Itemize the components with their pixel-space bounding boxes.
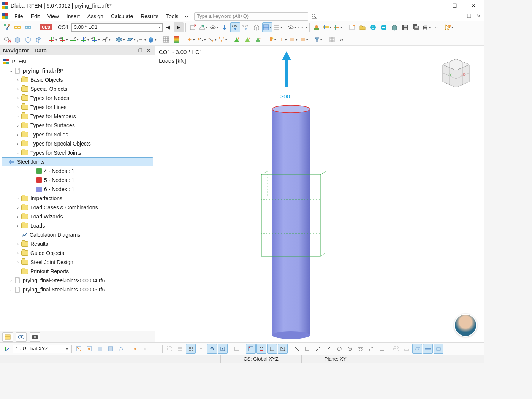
bb-grid1-icon[interactable] <box>165 344 174 354</box>
viewport-3d[interactable]: CO1 - 3.00 * LC1 Loads [kN] 300 <box>155 46 484 342</box>
tb-flowchart-icon[interactable] <box>2 22 12 32</box>
assistant-avatar[interactable] <box>454 314 477 337</box>
bb-slash-icon[interactable] <box>313 344 323 354</box>
tree-results[interactable]: ›Results <box>0 239 155 249</box>
tree-sj-4[interactable]: 4 - Nodes : 1 <box>0 166 155 176</box>
bb-rect-x-snap-icon[interactable] <box>278 344 288 354</box>
tree-types-nodes[interactable]: ›Types for Nodes <box>0 93 155 103</box>
tree-guide-objects[interactable]: ›Guide Objects <box>0 249 155 258</box>
tb-chain2-icon[interactable] <box>23 22 33 32</box>
bb-b4-icon[interactable] <box>106 344 116 354</box>
close-document-icon[interactable]: ✕ <box>475 13 481 19</box>
close-button[interactable]: ✕ <box>468 2 479 10</box>
bb-rect-snap-icon[interactable] <box>267 344 277 354</box>
tree-types-solids[interactable]: ›Types for Solids <box>0 130 155 139</box>
load-combo-select[interactable]: 3.00 * LC1 <box>71 23 163 32</box>
tb2-axis-negx2-icon[interactable]: -X▾ <box>90 35 100 44</box>
menu-insert[interactable]: Insert <box>63 12 84 21</box>
tree-types-lines[interactable]: ›Types for Lines <box>0 103 155 112</box>
bb-guide-line-icon[interactable] <box>423 344 433 354</box>
menu-more[interactable]: ›› <box>182 12 190 21</box>
tree-basic-objects[interactable]: ›Basic Objects <box>0 75 155 84</box>
nav-undock-icon[interactable]: ❐ <box>137 48 143 54</box>
bb-grid2-icon[interactable] <box>175 344 185 354</box>
tb-red-x-icon[interactable]: ✕ <box>188 22 198 32</box>
bb-parallel-icon[interactable] <box>324 344 334 354</box>
tb-cursor-icon[interactable]: ▾ <box>444 22 454 32</box>
tb-hide-show-icon[interactable]: ▾ <box>198 22 208 32</box>
tb2-spark1-icon[interactable]: ✦▾ <box>186 35 196 44</box>
nav-tab-display-icon[interactable] <box>16 332 27 342</box>
bb-grid3-icon[interactable] <box>186 344 196 354</box>
tb-grid3d-active-icon[interactable]: ▾ <box>262 22 272 32</box>
tb-saveall-icon[interactable] <box>411 22 421 32</box>
search-input[interactable]: Type a keyword (Alt+Q) <box>194 12 308 21</box>
tb-xxx-down-active-icon[interactable]: x.xx <box>230 22 240 32</box>
bb-guide-grid-icon[interactable] <box>391 344 401 354</box>
tree-ext-file-1[interactable]: ›prying_final-SteelJoints-000004.rf6 <box>0 276 155 285</box>
tree-imperfections[interactable]: ›Imperfections <box>0 194 155 203</box>
cs-select[interactable]: 1 - Global XYZ <box>13 345 70 353</box>
bb-b1-icon[interactable] <box>74 344 84 354</box>
tb2-spark-pair-icon[interactable]: ✦✦▾ <box>207 35 217 44</box>
tb2-load3-icon[interactable]: ▾ <box>288 35 298 44</box>
next-button[interactable]: ▶ <box>174 22 184 32</box>
tree-ext-file-2[interactable]: ›prying_final-SteelJoints-000005.rf6 <box>0 285 155 294</box>
tree-types-surfaces[interactable]: ›Types for Surfaces <box>0 121 155 130</box>
tree-sj-5[interactable]: 5 - Nodes : 1 <box>0 176 155 185</box>
bb-perp-icon[interactable] <box>377 344 387 354</box>
nav-tab-views-icon[interactable] <box>30 332 40 342</box>
navigator-tree[interactable]: RFEM ⌄prying_final.rf6* ›Basic Objects ›… <box>0 55 155 331</box>
tb-print-icon[interactable]: ▾ <box>421 22 431 32</box>
tree-steel-joints[interactable]: ⌄Steel Joints <box>2 157 153 166</box>
tb2-plane-icon[interactable]: ▾ <box>126 35 136 44</box>
tb2-load1-icon[interactable]: ✦▾ <box>267 35 277 44</box>
tb2-dim-icon[interactable]: 10▾ <box>136 35 146 44</box>
bb-circle-icon[interactable] <box>334 344 344 354</box>
bb-cs2-icon[interactable] <box>232 344 242 354</box>
bb-snap-icon[interactable] <box>207 344 217 354</box>
minimize-button[interactable]: — <box>430 2 441 10</box>
tb2-more[interactable]: ›› <box>338 35 346 44</box>
uls-badge[interactable]: ULS <box>37 22 55 32</box>
tb-more1[interactable]: ›› <box>432 22 440 32</box>
maximize-button[interactable]: ☐ <box>449 2 460 10</box>
tree-sj-6[interactable]: 6 - Nodes : 1 <box>0 185 155 194</box>
bb-guide-plane-icon[interactable] <box>412 344 422 354</box>
bb-spark-icon[interactable]: ✦ <box>130 344 140 354</box>
menu-tools[interactable]: Tools <box>162 12 182 21</box>
tb2-lasso-x-icon[interactable]: ✕ <box>2 35 12 44</box>
tb2-green3-icon[interactable]: ✦ <box>253 35 263 44</box>
view-cube[interactable]: -Y -X <box>435 53 477 91</box>
bb-dotline-icon[interactable] <box>196 344 206 354</box>
tb2-load4-icon[interactable]: ▾ <box>299 35 309 44</box>
tb2-axis-x-icon[interactable]: X▾ <box>48 35 58 44</box>
bb-snap-point-icon[interactable] <box>246 344 256 354</box>
bb-more[interactable]: ›› <box>141 344 149 354</box>
tree-types-steel-joints[interactable]: ⌄Types for Steel Joints <box>0 148 155 157</box>
bb-cs-icon[interactable] <box>3 344 13 354</box>
menu-edit[interactable]: Edit <box>27 12 44 21</box>
tb-eye-settings-icon[interactable]: ▾ <box>287 22 297 32</box>
tb2-green1-icon[interactable]: ✦ <box>232 35 242 44</box>
menu-results[interactable]: Results <box>137 12 162 21</box>
tb2-load2-icon[interactable]: ▾ <box>278 35 288 44</box>
tb-block-icon[interactable] <box>390 22 399 32</box>
bb-b2-icon[interactable] <box>84 344 94 354</box>
tb-xxx-label-icon[interactable]: x.xx▾ <box>298 22 307 32</box>
bb-magnet-icon[interactable] <box>256 344 266 354</box>
tb2-axis-y-icon[interactable]: Y▾ <box>69 35 79 44</box>
tb-cube3d-icon[interactable] <box>252 22 261 32</box>
tb2-spark-line-icon[interactable]: ✦▾ <box>196 35 206 44</box>
tb2-mesh-icon[interactable] <box>161 35 171 44</box>
bb-guide-box-icon[interactable] <box>434 344 443 354</box>
bb-b3-icon[interactable] <box>95 344 105 354</box>
tb-col-down-icon[interactable] <box>220 22 230 32</box>
tb-cloud1-icon[interactable]: C <box>368 22 378 32</box>
tb-eye-x-icon[interactable]: ▾ <box>209 22 219 32</box>
tb-chain1-icon[interactable] <box>13 22 22 32</box>
bb-guide-rect-icon[interactable] <box>402 344 412 354</box>
tree-file[interactable]: ⌄prying_final.rf6* <box>0 66 155 75</box>
menu-file[interactable]: File <box>11 12 27 21</box>
tb-beam-yellow-icon[interactable]: ▾ <box>322 22 332 32</box>
